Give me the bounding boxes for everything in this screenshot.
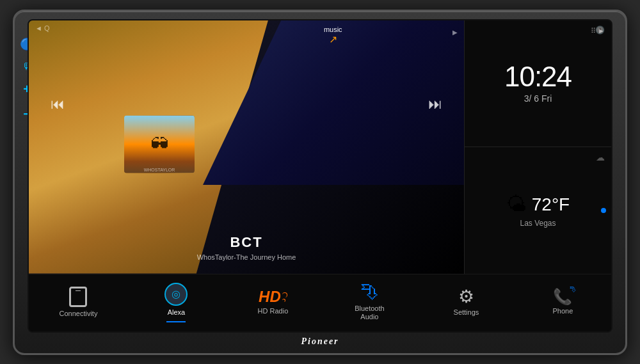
prev-button[interactable]: ⏮ <box>51 96 65 113</box>
playback-controls: ⏮ ⏭ <box>51 96 442 113</box>
hd-radio-icon-container: HD <box>259 289 287 305</box>
bluetooth-icon-container: ⮷ <box>360 284 378 302</box>
clock-widget: 🕐 10:24 3/ 6 Fri <box>465 20 611 148</box>
screen-inner: ◄ Q WHOSTAYLOR music ↗ <box>29 20 611 331</box>
clock-date: 3/ 6 Fri <box>524 93 552 104</box>
music-panel: ◄ Q WHOSTAYLOR music ↗ <box>29 20 464 274</box>
unit-frame: 🔵 🎙 + − ◄ Q <box>13 10 627 355</box>
alexa-icon-container: ◎ <box>164 283 188 306</box>
hd-radio-label: HD Radio <box>258 307 289 315</box>
wave-1 <box>282 292 287 297</box>
bluetooth-indicator <box>601 208 606 213</box>
artist-code: BCT <box>29 234 464 251</box>
bluetooth-audio-label: BluetoothAudio <box>355 305 384 321</box>
alexa-active-indicator <box>166 321 186 322</box>
hd-radio-icon: HD <box>259 289 287 305</box>
weather-main: 🌤 72°F <box>506 193 570 216</box>
temperature: 72°F <box>532 194 570 215</box>
screen-top-nav: ◄ Q <box>29 20 464 36</box>
nav-item-alexa[interactable]: ◎ Alexa <box>150 279 202 326</box>
wave-2 <box>282 299 285 302</box>
pioneer-logo: Pioneer <box>301 336 339 347</box>
settings-label: Settings <box>454 308 479 317</box>
nav-item-bluetooth-audio[interactable]: ⮷ BluetoothAudio <box>344 280 395 325</box>
settings-icon-container: ⚙ <box>458 288 474 306</box>
clock-time: 10:24 <box>504 63 572 91</box>
connectivity-phone-icon <box>69 287 87 307</box>
weather-widget: ☁ 🌤 72°F Las Vegas <box>465 147 611 274</box>
alexa-label: Alexa <box>168 308 186 317</box>
track-name: WhosTaylor-The Journey Home <box>29 253 464 261</box>
grid-nav: ⠿ ► <box>591 24 605 36</box>
bluetooth-icon: ⮷ <box>360 284 378 302</box>
radio-waves-icon <box>282 292 287 302</box>
grid-icon[interactable]: ⠿ ► <box>591 27 605 35</box>
album-label: WHOSTAYLOR <box>144 167 175 171</box>
hd-text-icon: HD <box>259 289 281 305</box>
phone-icon-container: 📞 ⮷ <box>553 289 572 305</box>
nav-item-hd-radio[interactable]: HD HD Radio <box>247 285 298 319</box>
nav-item-phone[interactable]: 📞 ⮷ Phone <box>537 285 588 319</box>
weather-cloud-icon: ☁ <box>596 152 605 162</box>
bottom-nav: Connectivity ◎ Alexa HD <box>29 274 611 331</box>
connectivity-label: Connectivity <box>60 310 98 318</box>
next-button[interactable]: ⏭ <box>428 96 442 113</box>
back-button[interactable]: ◄ Q <box>35 24 50 32</box>
nav-item-connectivity[interactable]: Connectivity <box>52 283 106 322</box>
alexa-ring-icon: ◎ <box>172 289 180 299</box>
album-art-inner <box>124 115 195 173</box>
alexa-icon: ◎ <box>164 283 188 306</box>
widgets-panel: ⠿ ► 🕐 10:24 3/ 6 Fri ☁ 🌤 72° <box>464 20 611 274</box>
phone-bluetooth-badge-icon: ⮷ <box>570 287 576 293</box>
sun-icon: 🌤 <box>506 193 527 216</box>
nav-item-settings[interactable]: ⚙ Settings <box>440 284 492 320</box>
city-name: Las Vegas <box>520 219 556 228</box>
connectivity-icon <box>69 287 87 307</box>
gear-icon: ⚙ <box>458 288 474 306</box>
album-art: WHOSTAYLOR <box>124 115 195 173</box>
track-info: BCT WhosTaylor-The Journey Home <box>29 234 464 261</box>
screen-area: ◄ Q WHOSTAYLOR music ↗ <box>28 19 612 333</box>
screen-top: ◄ Q WHOSTAYLOR music ↗ <box>29 20 611 274</box>
phone-label: Phone <box>553 307 573 315</box>
